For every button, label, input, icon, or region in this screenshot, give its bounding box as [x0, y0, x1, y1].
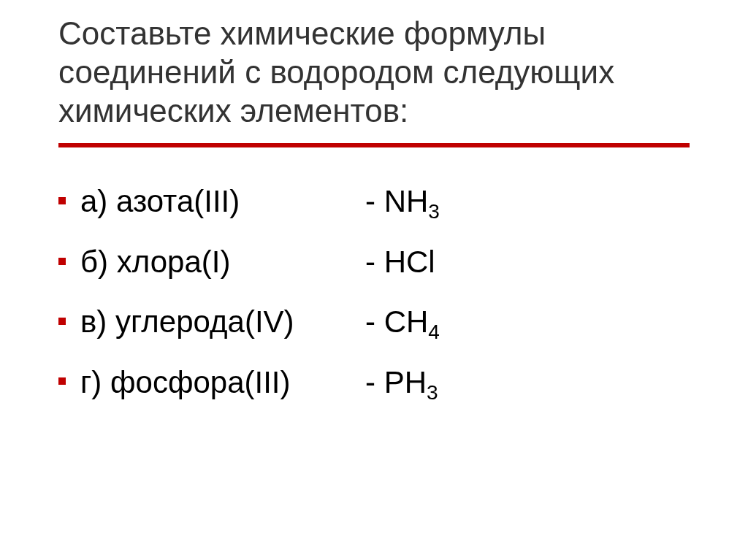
- chemical-formula: - PH3: [365, 365, 438, 404]
- list-item: г) фосфора(III) - PH3: [58, 365, 690, 404]
- list-item: а) азота(III) - NH3: [58, 184, 690, 223]
- element-text: в) углерода(IV): [80, 304, 294, 339]
- chemical-formula: - NH3: [365, 184, 440, 223]
- formula-prefix: - PH: [365, 365, 427, 399]
- element-label: в) углерода(IV): [58, 304, 365, 340]
- chemical-formula: - HCl: [365, 245, 435, 284]
- element-text: б) хлора(I): [80, 245, 230, 279]
- bullet-icon: [58, 318, 66, 325]
- bullet-icon: [58, 197, 66, 204]
- bullet-icon: [58, 258, 66, 265]
- formula-subscript: 4: [428, 321, 440, 344]
- element-label: б) хлора(I): [58, 245, 365, 280]
- list-item: в) углерода(IV) - CH4: [58, 304, 690, 344]
- formula-subscript: 3: [427, 381, 438, 404]
- chemical-formula: - CH4: [365, 304, 440, 344]
- slide-title: Составьте химические формулы соединений …: [29, 15, 719, 143]
- bullet-icon: [58, 377, 66, 385]
- element-label: а) азота(III): [58, 184, 365, 219]
- formula-prefix: - CH: [365, 304, 428, 339]
- element-text: г) фосфора(III): [80, 365, 291, 399]
- formula-prefix: - NH: [365, 184, 428, 218]
- content-area: а) азота(III) - NH3 б) хлора(I) - HCl в)…: [29, 184, 719, 404]
- element-text: а) азота(III): [80, 184, 240, 218]
- title-divider: [58, 143, 690, 147]
- list-item: б) хлора(I) - HCl: [58, 245, 690, 284]
- element-label: г) фосфора(III): [58, 365, 365, 400]
- formula-subscript: 3: [428, 201, 440, 223]
- formula-prefix: - HCl: [365, 245, 435, 279]
